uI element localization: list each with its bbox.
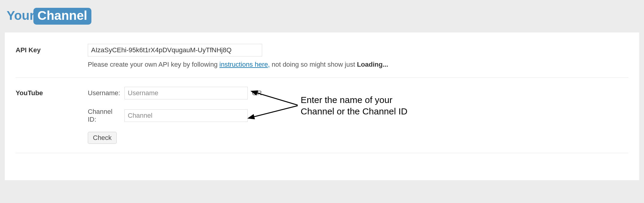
- or-text: OR: [252, 89, 262, 97]
- channel-id-input[interactable]: [124, 109, 248, 122]
- annotation-line2: Channel or the Channel ID: [301, 106, 407, 117]
- username-label: Username:: [88, 89, 122, 97]
- logo-text-channel: Channel: [33, 8, 92, 25]
- apikey-help-strong: Loading...: [357, 61, 388, 68]
- apikey-help-before: Please create your own API key by follow…: [88, 61, 219, 68]
- app-logo: YourChannel: [7, 8, 91, 25]
- annotation-line1: Enter the name of your: [301, 94, 407, 106]
- apikey-help-after: not doing so might show just: [270, 61, 357, 68]
- apikey-help-text: Please create your own API key by follow…: [88, 61, 628, 68]
- annotation-text: Enter the name of your Channel or the Ch…: [301, 94, 407, 117]
- instructions-link[interactable]: instructions here,: [219, 61, 270, 68]
- apikey-label: API Key: [16, 44, 88, 54]
- check-button[interactable]: Check: [88, 132, 117, 144]
- channel-id-label: Channel ID:: [88, 108, 122, 123]
- username-input[interactable]: [124, 87, 248, 99]
- logo-text-your: Your: [7, 8, 35, 23]
- apikey-input[interactable]: [88, 44, 262, 56]
- apikey-row: API Key Please create your own API key b…: [16, 44, 628, 78]
- youtube-label: YouTube: [16, 87, 88, 97]
